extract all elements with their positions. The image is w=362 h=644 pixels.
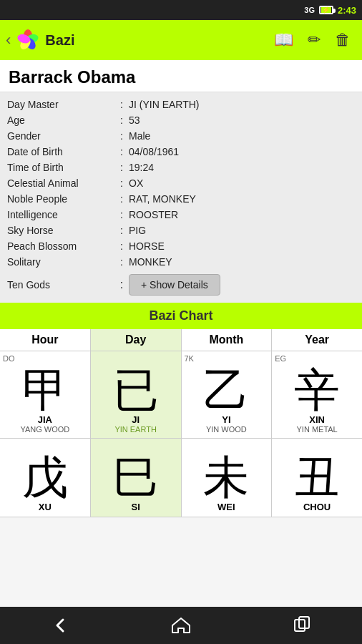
pinyin-month-bottom: WEI	[217, 502, 235, 512]
info-row-celestial: Celestial Animal : OX	[7, 175, 355, 191]
hanzi-year-bottom: 丑	[294, 454, 340, 500]
label-tob: Time of Birth	[7, 162, 114, 173]
desc-hour-top: YANG WOOD	[20, 425, 69, 434]
home-nav-icon	[171, 615, 191, 635]
label-dob: Date of Birth	[7, 146, 114, 157]
hanzi-hour-bottom: 戊	[22, 454, 68, 500]
info-row-age: Age : 53	[7, 112, 355, 128]
pinyin-day-top: JI	[132, 414, 140, 425]
pinyin-year-bottom: CHOU	[303, 502, 331, 512]
home-nav-button[interactable]	[171, 615, 191, 635]
cell-year-top: EG 辛 XIN YIN METAL	[272, 351, 362, 438]
cell-month-bottom: 未 WEI	[182, 439, 273, 517]
bottom-nav	[0, 607, 362, 644]
info-row-noble: Noble People : RAT, MONKEY	[7, 191, 355, 207]
value-celestial: OX	[129, 177, 355, 189]
back-nav-button[interactable]	[50, 615, 70, 635]
status-time: 2:43	[338, 5, 356, 16]
chart-bottom-row: 戊 XU 巳 SI 未 WEI 丑 CHOU	[0, 439, 362, 517]
desc-month-top: YIN WOOD	[206, 425, 247, 434]
info-row-solitary: Solitary : MONKEY	[7, 254, 355, 270]
label-skyhorse: Sky Horse	[7, 225, 114, 236]
value-peach: HORSE	[129, 240, 355, 252]
pinyin-day-bottom: SI	[131, 502, 140, 512]
trash-icon[interactable]: 🗑	[335, 31, 351, 49]
person-name-section: Barrack Obama	[0, 60, 362, 92]
col-header-hour: Hour	[0, 329, 91, 351]
pinyin-month-top: YI	[222, 414, 230, 425]
label-solitary: Solitary	[7, 256, 114, 268]
tag-hour-bottom	[3, 441, 5, 453]
back-arrow-icon[interactable]: ‹	[6, 31, 11, 49]
value-dob: 04/08/1961	[129, 146, 355, 157]
label-intelligence: Intelligence	[7, 209, 114, 220]
hanzi-month-top: 乙	[203, 367, 249, 413]
tag-day-top	[94, 354, 96, 366]
pencil-icon[interactable]: ✏	[308, 31, 321, 49]
info-row-daymaster: Day Master : JI (YIN EARTH)	[7, 97, 355, 112]
info-row-dob: Date of Birth : 04/08/1961	[7, 144, 355, 160]
network-indicator: 3G	[304, 6, 315, 14]
info-row-skyhorse: Sky Horse : PIG	[7, 223, 355, 238]
hanzi-hour-top: 甲	[22, 367, 68, 413]
chart-header-row: Hour Day Month Year	[0, 329, 362, 351]
col-header-day: Day	[91, 329, 182, 351]
battery-icon: ⚡	[319, 6, 333, 14]
recents-nav-icon	[292, 615, 312, 635]
value-gender: Male	[129, 130, 355, 142]
back-nav-icon	[50, 615, 70, 635]
app-bar: ‹ Bazi 📖 ✏ 🗑	[0, 20, 362, 60]
col-header-year: Year	[272, 329, 362, 351]
value-tob: 19:24	[129, 162, 355, 173]
info-row-peach: Peach Blossom : HORSE	[7, 238, 355, 254]
hanzi-day-bottom: 巳	[113, 454, 159, 500]
label-peach: Peach Blossom	[7, 240, 114, 252]
value-noble: RAT, MONKEY	[129, 193, 355, 205]
label-daymaster: Day Master	[7, 99, 114, 110]
hanzi-month-bottom: 未	[203, 454, 249, 500]
desc-day-top: YIN EARTH	[114, 425, 156, 434]
tag-year-bottom	[275, 441, 277, 453]
info-table: Day Master : JI (YIN EARTH) Age : 53 Gen…	[0, 92, 362, 303]
value-solitary: MONKEY	[129, 256, 355, 268]
info-row-tob: Time of Birth : 19:24	[7, 160, 355, 175]
label-tengods: Ten Gods	[7, 279, 114, 291]
value-intelligence: ROOSTER	[129, 209, 355, 220]
pinyin-hour-bottom: XU	[39, 502, 52, 512]
tag-hour-top: DO	[3, 354, 15, 366]
value-skyhorse: PIG	[129, 225, 355, 236]
cell-day-bottom: 巳 SI	[91, 439, 182, 517]
info-row-gender: Gender : Male	[7, 128, 355, 144]
cell-year-bottom: 丑 CHOU	[272, 439, 362, 517]
info-row-intelligence: Intelligence : ROOSTER	[7, 207, 355, 223]
cell-hour-bottom: 戊 XU	[0, 439, 91, 517]
app-bar-left: ‹ Bazi	[6, 29, 274, 52]
person-name: Barrack Obama	[9, 67, 353, 87]
bazi-chart: Hour Day Month Year DO 甲 JIA YANG WOOD 已…	[0, 329, 362, 517]
label-celestial: Celestial Animal	[7, 177, 114, 189]
bazi-chart-header: Bazi Chart	[0, 303, 362, 329]
hanzi-day-top: 已	[113, 367, 159, 413]
label-noble: Noble People	[7, 193, 114, 205]
value-age: 53	[129, 114, 355, 126]
app-logo	[16, 29, 39, 52]
pinyin-year-top: XIN	[309, 414, 325, 425]
app-bar-icons: 📖 ✏ 🗑	[274, 31, 356, 49]
hanzi-year-top: 辛	[294, 367, 340, 413]
value-daymaster: JI (YIN EARTH)	[129, 99, 355, 110]
recents-nav-button[interactable]	[292, 615, 312, 635]
tag-month-bottom	[185, 441, 187, 453]
status-bar: 3G ⚡ 2:43	[0, 0, 362, 20]
tag-month-top: 7K	[185, 354, 194, 366]
label-age: Age	[7, 114, 114, 126]
svg-marker-5	[172, 618, 190, 633]
book-icon[interactable]: 📖	[274, 31, 293, 49]
pinyin-hour-top: JIA	[38, 414, 52, 425]
col-header-month: Month	[182, 329, 273, 351]
show-details-button[interactable]: + Show Details	[129, 274, 220, 296]
label-gender: Gender	[7, 130, 114, 142]
cell-day-top: 已 JI YIN EARTH	[91, 351, 182, 438]
app-title: Bazi	[45, 32, 74, 49]
desc-year-top: YIN METAL	[296, 425, 337, 434]
cell-hour-top: DO 甲 JIA YANG WOOD	[0, 351, 91, 438]
